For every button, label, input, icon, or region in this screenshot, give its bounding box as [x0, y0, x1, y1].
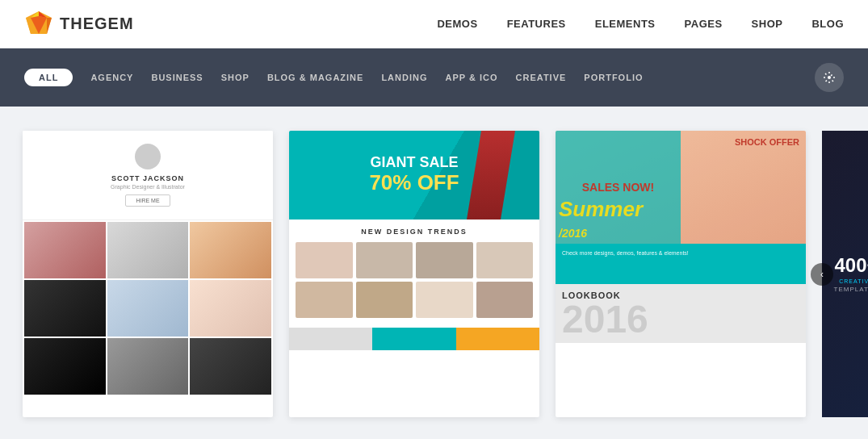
- nav-features[interactable]: FEATURES: [507, 18, 566, 30]
- card4-count: 400+: [834, 256, 868, 275]
- nav-blog[interactable]: BLOG: [811, 18, 844, 30]
- svg-marker-5: [47, 18, 52, 34]
- nav-shop[interactable]: SHOP: [752, 18, 783, 30]
- header: THEGEM DEMOS FEATURES ELEMENTS PAGES SHO…: [0, 0, 868, 48]
- card3-hero: SALES NOW! SHOCK OFFER Summer/2016: [556, 131, 806, 244]
- filter-landing[interactable]: LANDING: [381, 73, 427, 82]
- filter-agency[interactable]: AGENCY: [90, 73, 133, 82]
- filter-settings-button[interactable]: [815, 63, 844, 92]
- filter-bar: ALL AGENCY BUSINESS SHOP BLOG & MAGAZINE…: [0, 48, 868, 107]
- card1-avatar: [135, 144, 161, 169]
- demo-card-3[interactable]: SALES NOW! SHOCK OFFER Summer/2016 Check…: [556, 131, 806, 417]
- main-nav: DEMOS FEATURES ELEMENTS PAGES SHOP BLOG: [437, 18, 844, 30]
- card3-sales-now: SALES NOW!: [582, 182, 654, 193]
- card4-sublabel: TEMPLATES: [834, 286, 869, 293]
- filter-shop[interactable]: SHOP: [221, 73, 249, 82]
- card2-section-title: NEW DESIGN TRENDS: [289, 220, 539, 242]
- card1-mosaic: [23, 220, 273, 396]
- demo-grid: SCOTT JACKSON Graphic Designer & Illustr…: [0, 107, 868, 439]
- nav-pages[interactable]: PAGES: [685, 18, 723, 30]
- card3-summer: Summer/2016: [559, 199, 643, 240]
- card1-name: SCOTT JACKSON: [36, 174, 260, 182]
- card3-desc: Check more designs, demos, features & el…: [562, 250, 799, 256]
- filter-portfolio[interactable]: PORTFOLIO: [584, 73, 643, 82]
- logo-icon: [24, 10, 53, 39]
- card2-footer-bar: [289, 328, 539, 350]
- card4-prev-arrow[interactable]: ‹: [811, 263, 833, 286]
- card2-products-row1: [289, 242, 539, 278]
- card3-year: 2016: [562, 302, 799, 337]
- settings-icon: [823, 71, 836, 84]
- filter-creative[interactable]: CREATIVE: [516, 73, 567, 82]
- card2-hero-pct: 70% OFF: [369, 170, 459, 195]
- card1-hire-btn[interactable]: HIRE ME: [125, 194, 170, 207]
- card2-products-row2: [289, 278, 539, 321]
- logo[interactable]: THEGEM: [24, 10, 134, 39]
- filter-business[interactable]: BUSINESS: [151, 73, 203, 82]
- logo-text: THEGEM: [60, 15, 134, 33]
- svg-point-6: [828, 76, 831, 79]
- nav-elements[interactable]: ELEMENTS: [595, 18, 656, 30]
- card3-shock: SHOCK OFFER: [735, 137, 799, 147]
- card1-subtitle: Graphic Designer & Illustrator: [36, 184, 260, 190]
- filter-blog-magazine[interactable]: BLOG & MAGAZINE: [267, 73, 364, 82]
- nav-demos[interactable]: DEMOS: [437, 18, 477, 30]
- card2-hero: GIANT SALE 70% OFF: [289, 131, 539, 220]
- filter-app-ico[interactable]: APP & ICO: [446, 73, 498, 82]
- card4-label: CREATIVE: [839, 278, 868, 284]
- demo-card-1[interactable]: SCOTT JACKSON Graphic Designer & Illustr…: [23, 131, 273, 417]
- card2-hero-text: GIANT SALE: [369, 155, 459, 171]
- demo-card-4[interactable]: ‹ 400+ CREATIVE TEMPLATES: [822, 131, 868, 417]
- filter-all[interactable]: ALL: [24, 69, 73, 86]
- demo-card-2[interactable]: GIANT SALE 70% OFF NEW DESIGN TRENDS: [289, 131, 539, 417]
- svg-marker-4: [26, 18, 31, 34]
